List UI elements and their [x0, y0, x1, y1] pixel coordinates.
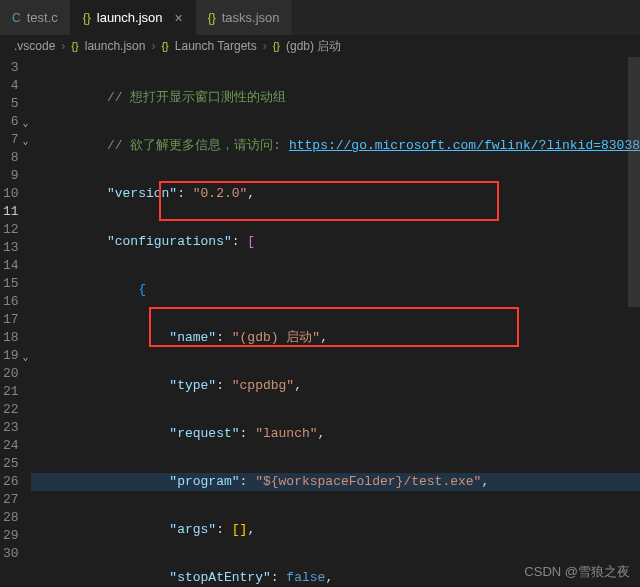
tab-label: tasks.json: [222, 10, 280, 25]
code-line: "args": [],: [31, 521, 641, 539]
code-line: "version": "0.2.0",: [31, 185, 641, 203]
vertical-scrollbar[interactable]: [628, 57, 640, 587]
code-line: "type": "cppdbg",: [31, 377, 641, 395]
breadcrumb-section: Launch Targets: [175, 39, 257, 53]
editor[interactable]: 3 4 5 6⌄ 7⌄ 8 9 10 11 12 13 14 15 16 17 …: [0, 57, 640, 587]
tab-label: launch.json: [97, 10, 163, 25]
json-file-icon: {}: [161, 40, 168, 52]
breadcrumb-folder: .vscode: [14, 39, 55, 53]
breadcrumb[interactable]: .vscode › {} launch.json › {} Launch Tar…: [0, 35, 640, 57]
code-line: // 欲了解更多信息，请访问: https://go.microsoft.com…: [31, 137, 641, 155]
chevron-right-icon: ›: [151, 39, 155, 53]
code-line: "request": "launch",: [31, 425, 641, 443]
breadcrumb-section: (gdb) 启动: [286, 38, 341, 55]
close-icon[interactable]: ×: [175, 11, 183, 25]
scrollbar-thumb[interactable]: [628, 57, 640, 307]
tab-test-c[interactable]: C test.c: [0, 0, 71, 35]
watermark: CSDN @雪狼之夜: [524, 563, 630, 581]
chevron-right-icon: ›: [61, 39, 65, 53]
code-line: {: [31, 281, 641, 299]
fold-icon[interactable]: ⌄: [22, 349, 28, 367]
json-file-icon: {}: [273, 40, 280, 52]
code-line: "name": "(gdb) 启动",: [31, 329, 641, 347]
code-line: // 想打开显示窗口测性的动组: [31, 89, 641, 107]
tab-tasks-json[interactable]: {} tasks.json: [196, 0, 293, 35]
fold-icon[interactable]: ⌄: [22, 133, 28, 151]
json-file-icon: {}: [208, 11, 216, 25]
tab-label: test.c: [27, 10, 58, 25]
breadcrumb-file: launch.json: [85, 39, 146, 53]
code-line: "program": "${workspaceFolder}/test.exe"…: [31, 473, 641, 491]
tabs-bar: C test.c {} launch.json × {} tasks.json: [0, 0, 640, 35]
code-line: "configurations": [: [31, 233, 641, 251]
line-number-gutter: 3 4 5 6⌄ 7⌄ 8 9 10 11 12 13 14 15 16 17 …: [0, 57, 31, 587]
code-area[interactable]: // 想打开显示窗口测性的动组 // 欲了解更多信息，请访问: https://…: [31, 57, 641, 587]
tab-launch-json[interactable]: {} launch.json ×: [71, 0, 196, 35]
chevron-right-icon: ›: [263, 39, 267, 53]
fold-icon[interactable]: ⌄: [22, 115, 28, 133]
json-file-icon: {}: [71, 40, 78, 52]
c-file-icon: C: [12, 11, 21, 25]
json-file-icon: {}: [83, 11, 91, 25]
